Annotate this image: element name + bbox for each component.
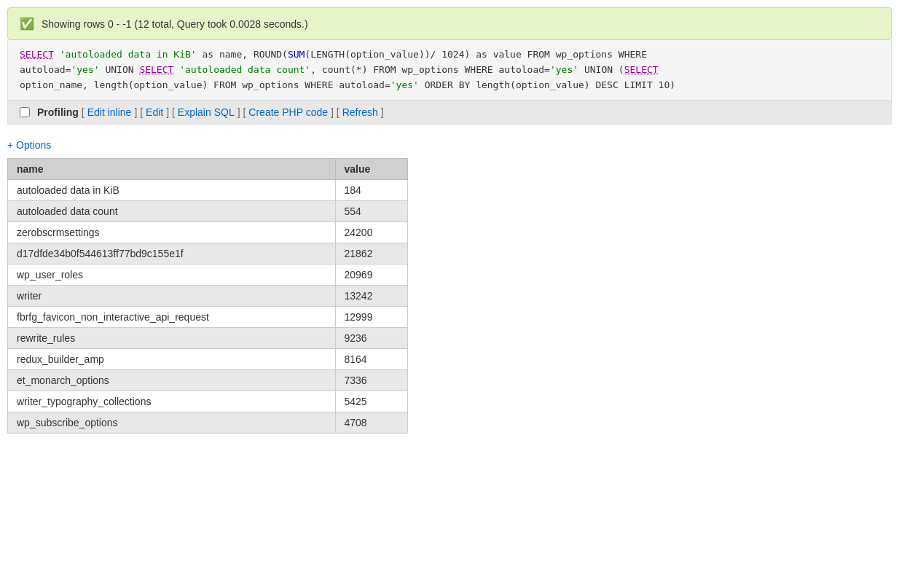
options-section: + Options (7, 139, 892, 151)
cell-value: 7336 (335, 370, 408, 391)
sql-text-2: autoload='yes' UNION SELECT 'autoloaded … (20, 64, 659, 75)
status-bar: ✅ Showing rows 0 - -1 (12 total, Query t… (7, 7, 892, 40)
table-row: writer_typography_collections5425 (8, 391, 408, 412)
cell-name: zerobscrmsettings (8, 222, 336, 243)
profiling-label: Profiling (37, 106, 79, 118)
cell-value: 13242 (335, 286, 408, 307)
edit-link[interactable]: Edit (146, 106, 163, 118)
cell-name: d17dfde34b0f544613ff77bd9c155e1f (8, 243, 336, 264)
cell-value: 21862 (335, 243, 408, 264)
checkmark-icon: ✅ (20, 17, 34, 30)
cell-value: 24200 (335, 222, 408, 243)
profiling-checkbox[interactable] (20, 107, 30, 117)
create-php-link[interactable]: Create PHP code (248, 106, 328, 118)
cell-value: 184 (335, 180, 408, 201)
sql-text-3: option_name, length(option_value) FROM w… (20, 79, 675, 90)
table-row: redux_builder_amp8164 (8, 349, 408, 370)
table-row: autoloaded data count554 (8, 201, 408, 222)
cell-value: 12999 (335, 307, 408, 328)
col-header-name: name (8, 159, 336, 180)
table-row: et_monarch_options7336 (8, 370, 408, 391)
cell-name: wp_user_roles (8, 264, 336, 286)
table-row: zerobscrmsettings24200 (8, 222, 408, 243)
cell-name: rewrite_rules (8, 328, 336, 349)
toolbar: Profiling [ Edit inline ] [ Edit ] [ Exp… (7, 101, 892, 125)
table-row: autoloaded data in KiB184 (8, 180, 408, 201)
cell-name: autoloaded data in KiB (8, 180, 336, 201)
cell-name: writer (8, 286, 336, 307)
cell-name: redux_builder_amp (8, 349, 336, 370)
col-header-value: value (335, 159, 408, 180)
sql-select-1: SELECT (20, 49, 54, 60)
options-link[interactable]: + Options (7, 139, 51, 151)
cell-name: writer_typography_collections (8, 391, 336, 412)
refresh-link[interactable]: Refresh (342, 106, 378, 118)
cell-name: et_monarch_options (8, 370, 336, 391)
table-row: writer13242 (8, 286, 408, 307)
table-row: wp_subscribe_options4708 (8, 412, 408, 434)
cell-value: 8164 (335, 349, 408, 370)
cell-name: autoloaded data count (8, 201, 336, 222)
explain-sql-link[interactable]: Explain SQL (178, 106, 235, 118)
edit-inline-link[interactable]: Edit inline (87, 106, 132, 118)
cell-value: 554 (335, 201, 408, 222)
table-row: fbrfg_favicon_non_interactive_api_reques… (8, 307, 408, 328)
table-row: d17dfde34b0f544613ff77bd9c155e1f21862 (8, 243, 408, 264)
cell-name: fbrfg_favicon_non_interactive_api_reques… (8, 307, 336, 328)
cell-value: 4708 (335, 412, 408, 434)
table-row: wp_user_roles20969 (8, 264, 408, 286)
sql-text-1: 'autoloaded data in KiB' as name, ROUND(… (60, 49, 647, 60)
cell-value: 9236 (335, 328, 408, 349)
cell-name: wp_subscribe_options (8, 412, 336, 434)
cell-value: 5425 (335, 391, 408, 412)
cell-value: 20969 (335, 264, 408, 286)
status-text: Showing rows 0 - -1 (12 total, Query too… (42, 18, 308, 30)
data-table: name value autoloaded data in KiB184auto… (7, 158, 408, 434)
table-row: rewrite_rules9236 (8, 328, 408, 349)
sql-block: SELECT 'autoloaded data in KiB' as name,… (7, 40, 892, 101)
